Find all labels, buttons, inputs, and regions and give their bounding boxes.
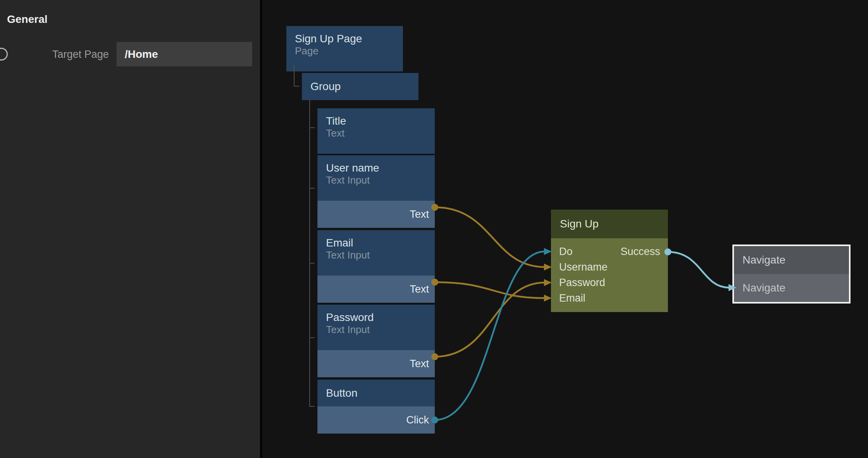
properties-panel: General Target Page /Home: [0, 0, 260, 458]
output-port-row[interactable]: Text: [317, 201, 435, 228]
node-subtitle: Text Input: [326, 249, 435, 261]
output-port-success[interactable]: Success: [620, 246, 660, 258]
node-title: Title: [326, 115, 435, 127]
port-label-text: Text: [410, 208, 429, 220]
panel-section-title: General: [7, 13, 47, 26]
node-signup-page[interactable]: Sign Up Page Page: [286, 26, 403, 71]
node-title: Email: [326, 237, 435, 249]
node-title: Password: [326, 311, 435, 324]
output-port-row[interactable]: Click: [317, 406, 435, 434]
node-title-label: Sign Up: [560, 218, 599, 230]
node-navigate[interactable]: Navigate Navigate: [732, 245, 851, 304]
node-group[interactable]: Group: [302, 73, 418, 100]
input-port-do[interactable]: Do: [559, 246, 573, 258]
node-subtitle: Text: [326, 127, 435, 139]
node-password-input[interactable]: Password Text Input Text: [317, 305, 435, 377]
output-port-row[interactable]: Text: [317, 276, 435, 303]
node-subtitle: Page: [295, 45, 403, 57]
input-port-email[interactable]: Email: [559, 292, 586, 304]
node-title-label: Navigate: [743, 254, 786, 266]
node-email-input[interactable]: Email Text Input Text: [317, 230, 435, 303]
node-subtitle: Text Input: [326, 324, 435, 335]
node-title: User name: [326, 162, 435, 174]
port-label-click: Click: [406, 414, 429, 426]
node-title: Sign Up: [551, 210, 668, 238]
input-port-label: Navigate: [743, 282, 786, 294]
input-port-navigate[interactable]: Navigate: [734, 274, 849, 302]
target-page-input[interactable]: /Home: [117, 42, 252, 66]
app-window: General Target Page /Home Sign Up Page P…: [0, 0, 868, 458]
node-subtitle: Text Input: [326, 174, 435, 186]
node-title-text[interactable]: Title Text: [317, 108, 435, 154]
node-title: Button: [326, 387, 357, 399]
node-title: Navigate: [734, 246, 849, 274]
node-title: Group: [310, 80, 341, 93]
port-label-text: Text: [410, 358, 429, 370]
node-button[interactable]: Button Click: [317, 380, 435, 434]
node-title: Sign Up Page: [295, 33, 403, 45]
target-page-value: /Home: [117, 42, 252, 66]
target-page-label: Target Page: [16, 49, 109, 61]
input-port-username[interactable]: Username: [559, 261, 608, 273]
radio-circle-icon[interactable]: [0, 48, 8, 61]
output-port-row[interactable]: Text: [317, 350, 435, 377]
port-label-text: Text: [410, 283, 429, 295]
node-username-input[interactable]: User name Text Input Text: [317, 155, 435, 228]
input-port-password[interactable]: Password: [559, 277, 605, 289]
node-signup-function[interactable]: Sign Up Do Success Username Password Ema…: [551, 210, 668, 312]
